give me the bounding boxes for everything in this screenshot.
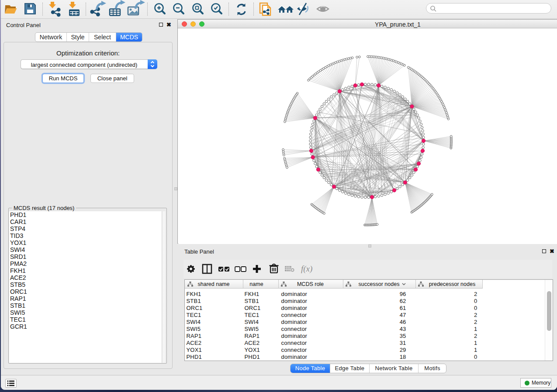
- svg-text:f(x): f(x): [301, 264, 312, 274]
